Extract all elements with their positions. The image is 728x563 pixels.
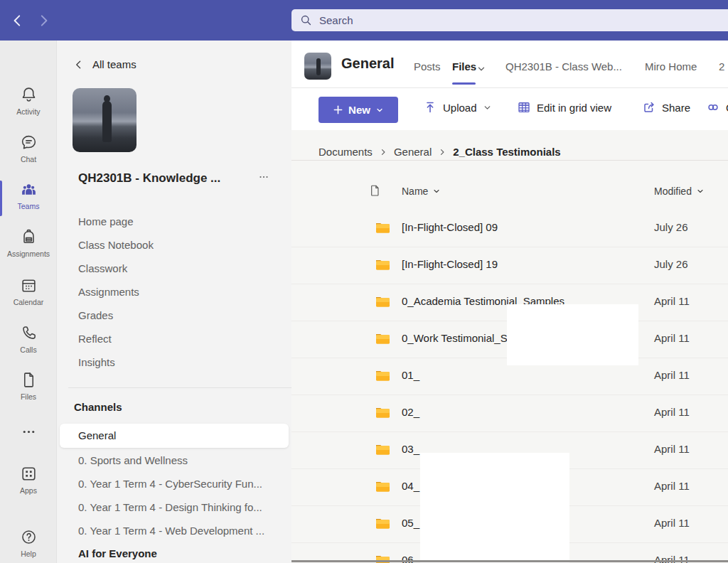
chevron-down-icon[interactable] <box>476 64 486 74</box>
teams-app-window: Activity Chat Teams Assignments Calendar… <box>0 0 728 563</box>
rail-label: Apps <box>0 486 57 495</box>
forward-icon[interactable] <box>36 13 51 28</box>
all-teams-back[interactable]: All teams <box>73 58 136 70</box>
file-modified: July 26 <box>654 221 688 233</box>
chevron-right-icon <box>438 148 446 156</box>
search-input[interactable] <box>318 14 534 27</box>
tab-posts[interactable]: Posts <box>414 60 441 73</box>
file-name[interactable]: 02_ <box>402 406 419 418</box>
phone-icon <box>20 324 38 342</box>
sidebar-item-assignments[interactable]: Assignments <box>78 286 139 298</box>
rail-label: Activity <box>0 107 57 116</box>
rail-label: Calendar <box>0 298 57 306</box>
folder-icon <box>375 295 391 309</box>
breadcrumb-documents[interactable]: Documents <box>318 146 373 158</box>
rail-item-chat[interactable]: Chat <box>0 134 57 163</box>
team-more-options-icon[interactable] <box>257 171 270 186</box>
channel-web-development[interactable]: 0. Year 1 Term 4 - Web Development ... <box>78 525 284 537</box>
sidebar-item-classwork[interactable]: Classwork <box>78 262 127 274</box>
edit-grid-view-button[interactable]: Edit in grid view <box>517 100 611 114</box>
copy-link-button[interactable]: C <box>706 100 728 114</box>
chat-icon <box>20 134 38 151</box>
folder-icon <box>375 480 391 493</box>
channel-ai-for-everyone[interactable]: AI for Everyone <box>78 547 284 559</box>
upload-button[interactable]: Upload <box>423 100 492 114</box>
tab-class-web[interactable]: QH2301B - Class Web... <box>505 60 622 73</box>
search-bar[interactable] <box>291 9 728 31</box>
channel-design-thinking[interactable]: 0. Year 1 Term 4 - Design Thinking fo... <box>78 501 284 513</box>
sidebar-item-reflect[interactable]: Reflect <box>78 333 112 345</box>
tab-overflow[interactable]: 2 <box>719 60 724 73</box>
file-modified: April 11 <box>654 332 690 344</box>
file-icon <box>20 371 38 389</box>
file-name[interactable]: [In-Flight-Closed] 19 <box>402 258 498 270</box>
back-icon[interactable] <box>10 13 26 28</box>
team-name[interactable]: QH2301B - Knowledge ... <box>78 171 256 186</box>
file-name[interactable]: [In-Flight-Closed] 09 <box>402 221 498 233</box>
rail-item-activity[interactable]: Activity <box>0 86 57 116</box>
rail-item-files[interactable]: Files <box>0 371 57 401</box>
team-avatar[interactable] <box>73 88 136 152</box>
rail-label: Calls <box>0 345 57 354</box>
rail-item-more[interactable] <box>0 423 57 444</box>
file-name[interactable]: 01_ <box>402 369 419 381</box>
table-row[interactable]: [In-Flight-Closed] 19 July 26 <box>291 247 728 284</box>
file-list-region: Documents General 2_Class Testimonials N… <box>291 130 728 563</box>
rail-label: Files <box>0 392 57 401</box>
file-modified: April 11 <box>654 443 690 455</box>
table-row[interactable]: [In-Flight-Closed] 09 July 26 <box>291 210 728 247</box>
file-name[interactable]: 05_ <box>402 517 419 529</box>
table-row[interactable]: 02_ April 11 <box>291 395 728 432</box>
share-icon <box>642 100 656 114</box>
channel-cybersecurity[interactable]: 0. Year 1 Term 4 - CyberSecurity Fun... <box>78 478 284 490</box>
folder-icon <box>375 517 391 530</box>
rail-item-calendar[interactable]: Calendar <box>0 277 57 306</box>
new-button-label: New <box>348 104 370 116</box>
list-header-divider <box>291 160 728 161</box>
upload-label: Upload <box>443 102 477 114</box>
sidebar-item-insights[interactable]: Insights <box>78 356 115 368</box>
channel-sports-wellness[interactable]: 0. Sports and Wellness <box>78 454 284 466</box>
file-modified: July 26 <box>654 258 688 270</box>
rail-item-teams[interactable]: Teams <box>0 181 57 210</box>
chevron-left-icon <box>73 59 85 70</box>
channel-general[interactable]: General <box>78 429 284 441</box>
tab-files[interactable]: Files <box>452 60 476 73</box>
team-sidebar: All teams QH2301B - Knowledge ... Home p… <box>57 41 291 563</box>
file-name[interactable]: 03_ <box>402 443 419 455</box>
rail-label: Chat <box>0 155 57 163</box>
share-label: Share <box>662 102 690 114</box>
rail-label: Assignments <box>0 250 57 258</box>
document-type-icon <box>368 184 381 197</box>
channel-content-pane: General Posts Files QH2301B - Class Web.… <box>291 41 728 563</box>
folder-icon <box>375 258 391 272</box>
column-header-name[interactable]: Name <box>402 186 441 197</box>
sidebar-item-class-notebook[interactable]: Class Notebook <box>78 239 154 251</box>
teams-people-icon <box>20 181 38 198</box>
breadcrumb-current-folder: 2_Class Testimonials <box>453 146 560 158</box>
backpack-icon <box>20 228 38 246</box>
header-divider <box>291 87 728 88</box>
breadcrumb-general[interactable]: General <box>394 146 432 158</box>
file-name[interactable]: 04_ <box>402 480 419 492</box>
chevron-down-icon <box>696 187 705 195</box>
rail-item-help[interactable]: Help <box>0 528 57 558</box>
tab-miro-home[interactable]: Miro Home <box>645 60 697 73</box>
share-button[interactable]: Share <box>642 100 690 114</box>
sidebar-item-home-page[interactable]: Home page <box>78 215 134 227</box>
file-modified: April 11 <box>654 480 690 492</box>
new-button[interactable]: New <box>318 97 398 123</box>
folder-icon <box>375 369 391 382</box>
chevron-down-icon <box>483 103 492 112</box>
list-header: Name Modified <box>291 180 728 210</box>
column-header-modified[interactable]: Modified <box>654 186 705 197</box>
app-rail: Activity Chat Teams Assignments Calendar… <box>0 41 57 563</box>
redacted-region <box>420 453 569 563</box>
sidebar-item-grades[interactable]: Grades <box>78 309 113 321</box>
rail-item-calls[interactable]: Calls <box>0 324 57 354</box>
rail-item-assignments[interactable]: Assignments <box>0 228 57 258</box>
apps-grid-icon <box>20 465 38 483</box>
chevron-down-icon <box>432 187 441 195</box>
rail-item-apps[interactable]: Apps <box>0 465 57 495</box>
upload-icon <box>423 100 437 114</box>
